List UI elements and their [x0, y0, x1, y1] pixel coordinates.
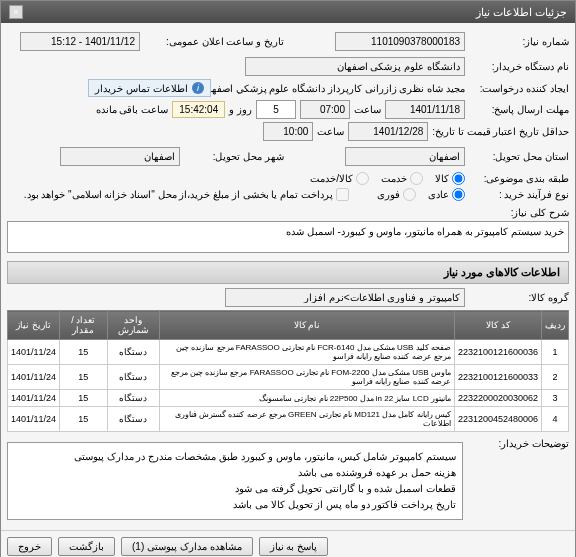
main-window: جزئیات اطلاعات نیاز × شماره نیاز: تاریخ …: [0, 0, 576, 557]
table-cell: 1401/11/24: [8, 407, 60, 432]
items-table-wrap: ردیفکد کالانام کالاواحد شمارشتعداد / مقد…: [7, 310, 569, 432]
table-cell: 1401/11/24: [8, 340, 60, 365]
window-title: جزئیات اطلاعات نیاز: [476, 6, 567, 19]
radio-urgent[interactable]: [403, 188, 416, 201]
items-table: ردیفکد کالانام کالاواحد شمارشتعداد / مقد…: [7, 310, 569, 432]
desc-textarea: خرید سیستم کامپیوتر به همراه مانیتور، ما…: [7, 221, 569, 253]
days-field: [256, 100, 296, 119]
reply-button[interactable]: پاسخ به نیاز: [259, 537, 329, 556]
table-row[interactable]: 22232100121600033ماوس USB مشکی مدل FOM-2…: [8, 365, 569, 390]
group-field: [225, 288, 465, 307]
table-header: کد کالا: [454, 311, 541, 340]
buyer-notes-label: توضیحات خریدار:: [469, 438, 569, 449]
view-docs-button[interactable]: مشاهده مدارک پیوستی (1): [121, 537, 253, 556]
table-cell: صفحه کلید USB مشکی مدل FCR-6140 نام تجار…: [159, 340, 454, 365]
days-sep: روز و: [229, 104, 252, 115]
check-item-treasury[interactable]: پرداخت تمام یا بخشی از مبلغ خرید،از محل …: [24, 188, 349, 201]
desc-label: شرح کلی نیاز:: [7, 207, 569, 218]
class-radio-group: کالا خدمت کالا/خدمت: [310, 172, 465, 185]
table-cell: 15: [60, 365, 107, 390]
table-cell: 1401/11/24: [8, 390, 60, 407]
price-date-field: [348, 122, 428, 141]
table-header: نام کالا: [159, 311, 454, 340]
table-cell: 2: [542, 365, 569, 390]
table-cell: 15: [60, 390, 107, 407]
buyer-notes-box: سیستم کامپیوتر شامل کیس، مانیتور، ماوس و…: [7, 442, 463, 520]
radio-item-normal[interactable]: عادی: [428, 188, 465, 201]
need-no-label: شماره نیاز:: [469, 36, 569, 47]
price-validity-label: حداقل تاریخ اعتبار قیمت تا تاریخ:: [432, 126, 569, 137]
radio-both[interactable]: [356, 172, 369, 185]
creator-label: ایجاد کننده درخواست:: [469, 83, 569, 94]
table-row[interactable]: 32232200020030062مانیتور LCD سایز 22 in …: [8, 390, 569, 407]
table-cell: 1: [542, 340, 569, 365]
table-cell: 2232100121600033: [454, 365, 541, 390]
table-cell: 2232200020030062: [454, 390, 541, 407]
radio-normal[interactable]: [452, 188, 465, 201]
process-label: نوع فرآیند خرید :: [469, 189, 569, 200]
need-city-field: [345, 147, 465, 166]
table-cell: دستگاه: [107, 407, 159, 432]
creator-value: مجید شاه نظری زازرانی کارپرداز دانشگاه ع…: [215, 83, 465, 94]
titlebar: جزئیات اطلاعات نیاز ×: [1, 1, 575, 23]
radio-item-service[interactable]: خدمت: [381, 172, 423, 185]
deliver-city-label: شهر محل تحویل:: [184, 151, 284, 162]
table-cell: 3: [542, 390, 569, 407]
group-label: گروه کالا:: [469, 292, 569, 303]
table-cell: کیس رایانه کامل مدل MD121 نام تجارتی GRE…: [159, 407, 454, 432]
time-label-1: ساعت: [354, 104, 381, 115]
radio-item-goods[interactable]: کالا: [435, 172, 465, 185]
process-radio-group: عادی فوری پرداخت تمام یا بخشی از مبلغ خر…: [24, 188, 465, 201]
announce-field: [20, 32, 140, 51]
radio-item-both[interactable]: کالا/خدمت: [310, 172, 369, 185]
close-icon[interactable]: ×: [9, 5, 23, 19]
info-icon: i: [192, 82, 204, 94]
table-cell: 2232100121600036: [454, 340, 541, 365]
table-header: تعداد / مقدار: [60, 311, 107, 340]
table-cell: دستگاه: [107, 340, 159, 365]
class-label: طبقه بندی موضوعی:: [469, 173, 569, 184]
time-label-2: ساعت: [317, 126, 344, 137]
radio-item-urgent[interactable]: فوری: [377, 188, 416, 201]
table-cell: 2231200452480006: [454, 407, 541, 432]
buyer-contact-box[interactable]: i اطلاعات تماس خریدار: [88, 79, 211, 97]
table-header: ردیف: [542, 311, 569, 340]
buyer-field: [245, 57, 465, 76]
countdown-timer: 15:42:04: [172, 101, 225, 118]
buyer-label: نام دستگاه خریدار:: [469, 61, 569, 72]
remain-label: ساعت باقی مانده: [96, 104, 169, 115]
items-section-header: اطلاعات کالاهای مورد نیاز: [7, 261, 569, 284]
buyer-contact-label: اطلاعات تماس خریدار: [95, 83, 188, 94]
announce-label: تاریخ و ساعت اعلان عمومی:: [144, 36, 284, 47]
check-treasury[interactable]: [336, 188, 349, 201]
price-time-field: [263, 122, 313, 141]
table-cell: 15: [60, 340, 107, 365]
table-cell: 4: [542, 407, 569, 432]
table-cell: دستگاه: [107, 390, 159, 407]
reply-date-field: [385, 100, 465, 119]
table-cell: مانیتور LCD سایز 22 in مدل 22P500 نام تج…: [159, 390, 454, 407]
need-no-field: [335, 32, 465, 51]
reply-time-field: [300, 100, 350, 119]
need-city-label: استان محل تحویل:: [469, 151, 569, 162]
exit-button[interactable]: خروج: [7, 537, 52, 556]
back-button[interactable]: بازگشت: [58, 537, 115, 556]
table-row[interactable]: 42231200452480006کیس رایانه کامل مدل MD1…: [8, 407, 569, 432]
table-header: واحد شمارش: [107, 311, 159, 340]
table-header: تاریخ نیاز: [8, 311, 60, 340]
deliver-city-field: [60, 147, 180, 166]
table-row[interactable]: 12232100121600036صفحه کلید USB مشکی مدل …: [8, 340, 569, 365]
table-cell: 15: [60, 407, 107, 432]
table-cell: دستگاه: [107, 365, 159, 390]
table-cell: ماوس USB مشکی مدل FOM-2200 نام تجارتی FA…: [159, 365, 454, 390]
radio-goods[interactable]: [452, 172, 465, 185]
table-cell: 1401/11/24: [8, 365, 60, 390]
reply-deadline-label: مهلت ارسال پاسخ:: [469, 104, 569, 115]
radio-service[interactable]: [410, 172, 423, 185]
footer-bar: خروج بازگشت مشاهده مدارک پیوستی (1) پاسخ…: [1, 530, 575, 557]
